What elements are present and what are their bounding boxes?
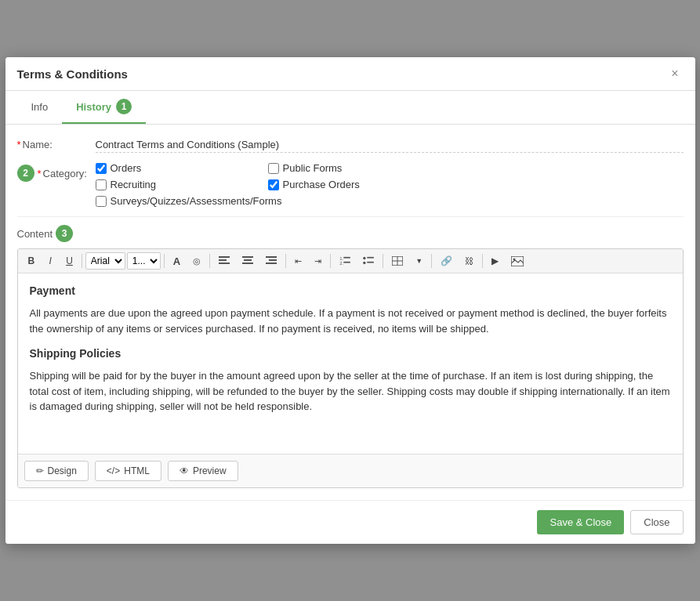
tab-info[interactable]: Info (17, 91, 63, 124)
svg-point-16 (363, 257, 365, 259)
category-surveys[interactable]: Surveys/Quizzes/Assessments/Forms (96, 195, 282, 207)
design-mode-label: Design (48, 465, 77, 476)
category-recruiting-label[interactable]: Recruiting (111, 179, 157, 190)
close-button[interactable]: Close (630, 510, 683, 534)
category-step-badge: 2 (17, 165, 34, 182)
editor-toolbar: B I U Arial 1... A ◎ (18, 249, 683, 273)
svg-rect-1 (219, 259, 227, 261)
indent-button[interactable]: ⇥ (309, 252, 327, 270)
category-row-2: Recruiting Purchase Orders (96, 179, 684, 190)
design-icon: ✏ (36, 465, 44, 476)
content-step-badge: 3 (56, 225, 73, 242)
section-divider (17, 216, 684, 217)
svg-rect-13 (344, 257, 351, 259)
svg-rect-19 (368, 262, 375, 263)
play-button[interactable]: ▶ (486, 252, 504, 270)
image-button[interactable] (506, 252, 529, 270)
category-surveys-label[interactable]: Surveys/Quizzes/Assessments/Forms (111, 195, 282, 207)
toolbar-sep-1 (82, 254, 82, 268)
preview-mode-button[interactable]: 👁 Preview (168, 461, 238, 481)
toolbar-sep-2 (164, 254, 165, 268)
editor-content[interactable]: Payment All payments are due upon the ag… (18, 273, 683, 454)
font-color-button[interactable]: A (168, 252, 186, 270)
align-right-button[interactable] (260, 252, 282, 270)
category-label: 2 * Category: (17, 162, 96, 182)
svg-text:2.: 2. (339, 261, 343, 266)
toolbar-sep-7 (431, 254, 432, 268)
svg-rect-15 (344, 262, 351, 263)
toolbar-sep-8 (482, 254, 483, 268)
align-center-button[interactable] (237, 252, 259, 270)
editor-heading-2: Shipping Policies (30, 346, 671, 362)
category-orders[interactable]: Orders (96, 162, 252, 174)
editor-para-2: Shipping will be paid for by the buyer i… (30, 368, 671, 415)
editor-heading-1: Payment (30, 283, 671, 299)
editor-container: B I U Arial 1... A ◎ (17, 248, 684, 488)
save-close-button[interactable]: Save & Close (537, 510, 624, 534)
toolbar-sep-6 (383, 254, 383, 268)
category-public-forms-checkbox[interactable] (268, 163, 279, 174)
html-icon: </> (107, 465, 120, 476)
modal-header: Terms & Conditions × (5, 57, 695, 91)
category-orders-checkbox[interactable] (96, 163, 107, 174)
svg-rect-6 (242, 262, 253, 264)
category-purchase-orders-checkbox[interactable] (268, 179, 279, 190)
svg-rect-0 (219, 256, 230, 258)
design-mode-button[interactable]: ✏ Design (24, 461, 89, 481)
highlight-button[interactable]: ◎ (187, 252, 206, 270)
preview-mode-label: Preview (193, 465, 227, 476)
underline-button[interactable]: U (60, 252, 78, 270)
html-mode-button[interactable]: </> HTML (95, 461, 161, 481)
ordered-list-button[interactable]: 1.2. (334, 252, 356, 270)
category-orders-label[interactable]: Orders (111, 162, 142, 174)
svg-rect-9 (269, 259, 277, 261)
category-required-star: * (38, 168, 42, 179)
toolbar-sep-5 (330, 254, 331, 268)
modal-footer: Save & Close Close (5, 500, 695, 544)
modal-close-button[interactable]: × (666, 65, 683, 82)
category-purchase-orders-label[interactable]: Purchase Orders (283, 179, 360, 190)
svg-rect-17 (368, 257, 375, 259)
link-button[interactable]: 🔗 (435, 252, 458, 270)
preview-icon: 👁 (180, 465, 189, 476)
modal-body: * Name: Contract Terms and Conditions (S… (5, 125, 695, 500)
svg-rect-4 (242, 256, 253, 258)
tab-bar: Info History 1 (5, 91, 695, 125)
toolbar-sep-4 (285, 254, 286, 268)
bold-button[interactable]: B (23, 252, 41, 270)
svg-rect-5 (244, 259, 252, 261)
table-dropdown-button[interactable]: ▼ (410, 252, 428, 270)
svg-rect-10 (266, 262, 277, 264)
category-row-1: Orders Public Forms (96, 162, 684, 174)
content-label-text: Content (17, 228, 53, 240)
category-options: Orders Public Forms Recruiting (96, 162, 684, 207)
italic-button[interactable]: I (42, 252, 59, 270)
svg-rect-2 (219, 262, 230, 264)
svg-point-18 (363, 262, 365, 264)
name-label: * Name: (17, 136, 96, 150)
category-row-3: Surveys/Quizzes/Assessments/Forms (96, 195, 684, 207)
category-row: 2 * Category: Orders Public Forms (17, 162, 684, 207)
name-value: Contract Terms and Conditions (Sample) (96, 136, 684, 153)
category-purchase-orders[interactable]: Purchase Orders (268, 179, 425, 190)
html-mode-label: HTML (124, 465, 150, 476)
align-left-button[interactable] (213, 252, 235, 270)
font-size-select[interactable]: 1... (127, 252, 161, 270)
toolbar-sep-3 (209, 254, 210, 268)
unordered-list-button[interactable] (357, 252, 379, 270)
category-public-forms-label[interactable]: Public Forms (283, 162, 343, 174)
modal-title: Terms & Conditions (17, 67, 128, 81)
unlink-button[interactable]: ⛓ (459, 252, 479, 270)
name-required-star: * (17, 139, 21, 150)
category-public-forms[interactable]: Public Forms (268, 162, 425, 174)
editor-para-1: All payments are due upon the agreed upo… (30, 306, 671, 336)
category-surveys-checkbox[interactable] (96, 196, 107, 207)
tab-history[interactable]: History 1 (62, 91, 146, 124)
font-family-select[interactable]: Arial (85, 252, 125, 270)
outdent-button[interactable]: ⇤ (289, 252, 307, 270)
tab-history-label: History (76, 101, 111, 113)
category-recruiting[interactable]: Recruiting (96, 179, 252, 190)
modal-overlay: Terms & Conditions × Info History 1 * Na… (0, 0, 700, 601)
table-button[interactable] (386, 252, 408, 270)
category-recruiting-checkbox[interactable] (96, 179, 107, 190)
